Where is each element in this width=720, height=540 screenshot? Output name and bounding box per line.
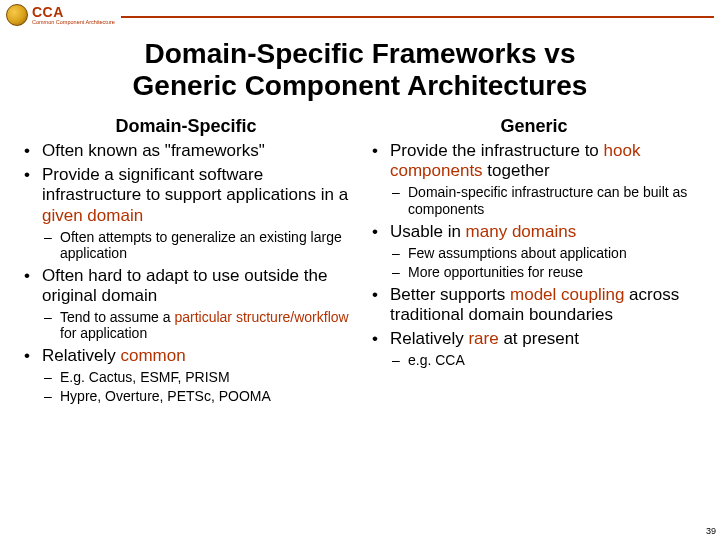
text: Relatively	[390, 329, 468, 348]
text: Few assumptions about application	[408, 245, 627, 261]
right-column: Generic Provide the infrastructure to ho…	[360, 116, 708, 408]
text: Often hard to adapt to use outside the o…	[42, 266, 327, 305]
text: together	[483, 161, 550, 180]
text: E.g. Cactus, ESMF, PRISM	[60, 369, 230, 385]
text: Usable in	[390, 222, 466, 241]
emphasis: rare	[468, 329, 498, 348]
cca-wordmark: CCA Common Component Architecture	[32, 5, 115, 26]
list-item: Often attempts to generalize an existing…	[42, 229, 352, 262]
sub-list: Few assumptions about application More o…	[390, 245, 700, 281]
title-line-1: Domain-Specific Frameworks vs	[144, 38, 575, 69]
emphasis: common	[120, 346, 185, 365]
list-item: E.g. Cactus, ESMF, PRISM	[42, 369, 352, 386]
list-item: Hypre, Overture, PETSc, POOMA	[42, 388, 352, 405]
header-rule	[121, 16, 714, 18]
sub-list: Domain-specific infrastructure can be bu…	[390, 184, 700, 217]
list-item: Often hard to adapt to use outside the o…	[20, 266, 352, 342]
text: at present	[499, 329, 579, 348]
text: Relatively	[42, 346, 120, 365]
list-item: Relatively common E.g. Cactus, ESMF, PRI…	[20, 346, 352, 405]
text: Often known as "frameworks"	[42, 141, 265, 160]
list-item: Provide the infrastructure to hook compo…	[368, 141, 700, 217]
cca-acronym: CCA	[32, 5, 115, 19]
slide-number: 39	[706, 526, 716, 536]
text: Provide the infrastructure to	[390, 141, 604, 160]
emphasis: many domains	[466, 222, 577, 241]
slide-title: Domain-Specific Frameworks vs Generic Co…	[30, 38, 690, 102]
sub-list: e.g. CCA	[390, 352, 700, 369]
text: Provide a significant software infrastru…	[42, 165, 348, 204]
right-heading: Generic	[368, 116, 700, 137]
text: Tend to assume a	[60, 309, 174, 325]
cca-subtitle: Common Component Architecture	[32, 20, 115, 26]
sub-list: E.g. Cactus, ESMF, PRISM Hypre, Overture…	[42, 369, 352, 405]
text: More opportunities for reuse	[408, 264, 583, 280]
right-list: Provide the infrastructure to hook compo…	[368, 141, 700, 368]
list-item: Better supports model coupling across tr…	[368, 285, 700, 325]
list-item: Relatively rare at present e.g. CCA	[368, 329, 700, 369]
sub-list: Tend to assume a particular structure/wo…	[42, 309, 352, 342]
list-item: Tend to assume a particular structure/wo…	[42, 309, 352, 342]
sub-list: Often attempts to generalize an existing…	[42, 229, 352, 262]
emphasis: given domain	[42, 206, 143, 225]
left-list: Often known as "frameworks" Provide a si…	[20, 141, 352, 404]
text: Hypre, Overture, PETSc, POOMA	[60, 388, 271, 404]
text: Often attempts to generalize an existing…	[60, 229, 342, 262]
text: e.g. CCA	[408, 352, 465, 368]
cca-logo-icon	[6, 4, 28, 26]
content-columns: Domain-Specific Often known as "framewor…	[0, 116, 720, 408]
list-item: More opportunities for reuse	[390, 264, 700, 281]
emphasis: model coupling	[510, 285, 624, 304]
list-item: Few assumptions about application	[390, 245, 700, 262]
text: Domain-specific infrastructure can be bu…	[408, 184, 687, 217]
text: for application	[60, 325, 147, 341]
left-column: Domain-Specific Often known as "framewor…	[12, 116, 360, 408]
list-item: e.g. CCA	[390, 352, 700, 369]
list-item: Often known as "frameworks"	[20, 141, 352, 161]
title-line-2: Generic Component Architectures	[133, 70, 588, 101]
slide-header: CCA Common Component Architecture	[0, 0, 720, 26]
emphasis: particular structure/workflow	[174, 309, 348, 325]
list-item: Provide a significant software infrastru…	[20, 165, 352, 261]
list-item: Domain-specific infrastructure can be bu…	[390, 184, 700, 217]
left-heading: Domain-Specific	[20, 116, 352, 137]
list-item: Usable in many domains Few assumptions a…	[368, 222, 700, 281]
text: Better supports	[390, 285, 510, 304]
